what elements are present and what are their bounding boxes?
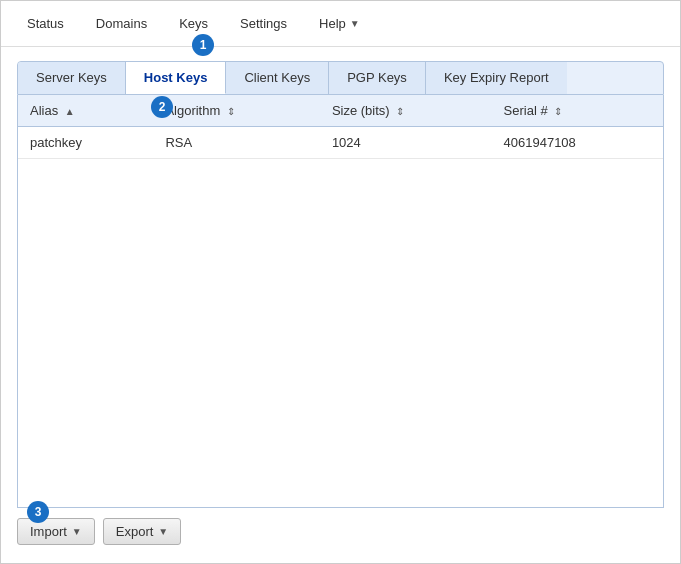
top-nav: Status Domains Keys Settings Help ▼ [1, 1, 680, 47]
algorithm-sort-icon: ⇕ [227, 106, 235, 117]
nav-domains[interactable]: Domains [80, 4, 163, 43]
tabs-container: Server Keys Host Keys Client Keys PGP Ke… [17, 61, 664, 95]
import-button[interactable]: Import ▼ [17, 518, 95, 545]
step-badge-1: 1 [192, 34, 214, 56]
tab-pgp-keys[interactable]: PGP Keys [329, 62, 426, 94]
col-serial[interactable]: Serial # ⇕ [492, 95, 663, 127]
size-sort-icon: ⇕ [396, 106, 404, 117]
tab-host-keys[interactable]: Host Keys [126, 62, 227, 94]
col-algorithm[interactable]: Algorithm ⇕ [153, 95, 320, 127]
alias-sort-icon: ▲ [65, 106, 75, 117]
help-dropdown-icon: ▼ [350, 18, 360, 29]
tab-key-expiry-report[interactable]: Key Expiry Report [426, 62, 567, 94]
step-badge-2: 2 [151, 96, 173, 118]
nav-status[interactable]: Status [11, 4, 80, 43]
cell-alias: patchkey [18, 127, 153, 159]
serial-sort-icon: ⇕ [554, 106, 562, 117]
step-badge-3: 3 [27, 501, 49, 523]
cell-size: 1024 [320, 127, 492, 159]
footer-buttons: Import ▼ Export ▼ [17, 508, 664, 549]
col-size[interactable]: Size (bits) ⇕ [320, 95, 492, 127]
host-keys-table-wrapper: Alias ▲ Algorithm ⇕ Size (bits) ⇕ [17, 95, 664, 508]
import-dropdown-icon: ▼ [72, 526, 82, 537]
cell-serial: 4061947108 [492, 127, 663, 159]
host-keys-table: Alias ▲ Algorithm ⇕ Size (bits) ⇕ [18, 95, 663, 159]
export-dropdown-icon: ▼ [158, 526, 168, 537]
export-button[interactable]: Export ▼ [103, 518, 181, 545]
col-alias[interactable]: Alias ▲ [18, 95, 153, 127]
tab-server-keys[interactable]: Server Keys [18, 62, 126, 94]
nav-settings[interactable]: Settings [224, 4, 303, 43]
nav-help[interactable]: Help ▼ [303, 4, 376, 43]
table-row[interactable]: patchkey RSA 1024 4061947108 [18, 127, 663, 159]
tab-client-keys[interactable]: Client Keys [226, 62, 329, 94]
cell-algorithm: RSA [153, 127, 320, 159]
